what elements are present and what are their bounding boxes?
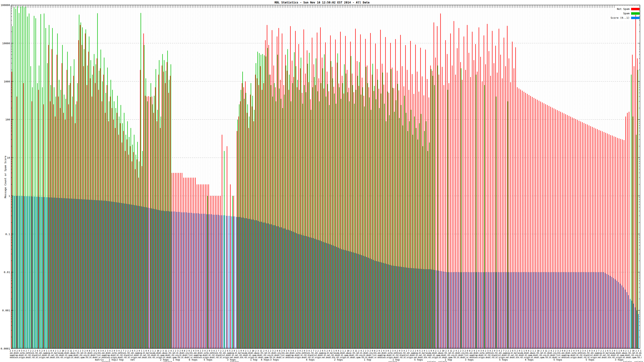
bar-not-spam [368,87,369,349]
bar-spam [140,13,141,349]
bar-not-spam [580,121,581,349]
bar-score [313,238,314,349]
bar-not-spam [560,112,561,349]
bar-not-spam [218,196,219,349]
bar-not-spam [544,103,544,349]
bar-not-spam [362,78,362,349]
bar-score [26,196,26,349]
bar-spam [359,62,360,349]
bar-not-spam [125,151,126,349]
bar-not-spam [182,173,182,349]
bar-not-spam [157,121,158,349]
bar-score [321,241,322,349]
bar-not-spam [415,45,416,349]
bar-score [43,197,43,349]
bar-not-spam [83,66,84,349]
bar-not-spam [495,46,496,349]
bar-not-spam [600,131,601,349]
bar-not-spam [94,66,94,349]
bar-not-spam [584,123,584,349]
bar-score [532,272,532,349]
bar-not-spam [126,140,127,349]
bar-score [200,214,200,349]
x-axis-label-row: zen.dnsbl.sorbs.netblock.rbl.xbl.spamcop… [10,352,642,354]
bar-score [183,212,183,349]
bar-score [236,217,237,349]
bar-score [281,227,282,349]
y-axis-tick-label: 100000 [0,4,10,6]
bar-score [123,203,123,349]
bar-spam [107,67,108,349]
bar-spam [364,106,365,349]
bar-spam [30,66,31,349]
bar-not-spam [459,28,459,349]
bar-not-spam [344,93,344,349]
bar-score [473,272,474,349]
bar-score [568,272,569,349]
bar-not-spam [467,25,468,349]
bar-spam [106,93,106,349]
bar-not-spam [417,72,418,349]
bar-not-spam [152,96,152,349]
bar-not-spam [330,35,331,349]
bar-score [204,214,205,349]
bar-spam [117,96,118,349]
bar-score [433,270,434,349]
bar-not-spam [525,93,526,349]
bar-score [160,210,160,349]
bar-not-spam [605,133,606,349]
bar-not-spam [387,73,388,349]
bar-not-spam [454,21,454,349]
bar-not-spam [364,96,364,349]
bar-not-spam [90,78,90,349]
bar-not-spam [478,27,479,349]
bar-score [470,272,470,349]
bar-spam [432,76,433,349]
bar-spam [386,121,386,349]
bar-score [201,214,202,349]
bar-score [360,255,360,349]
bar-score [258,221,258,349]
bar-not-spam [550,107,551,349]
bar-not-spam [212,196,212,349]
bar-score [563,272,564,349]
bar-score [493,272,494,349]
bar-not-spam [268,45,269,349]
bar-score [505,272,505,349]
bar-not-spam [95,83,96,349]
bar-not-spam [557,110,558,349]
bar-score [630,299,630,349]
bar-score [211,214,212,349]
bar-spam [421,114,422,349]
bar-not-spam [570,117,571,349]
bar-spam [34,16,34,349]
bar-spam [80,22,81,349]
bar-spam [269,75,270,349]
bar-score [592,272,592,349]
bar-not-spam [16,96,17,349]
bar-score [466,272,467,349]
bar-score [580,272,580,349]
bar-not-spam [394,88,394,349]
bar-not-spam [567,115,568,349]
bar-score [131,205,132,349]
bar-score [626,292,627,349]
y-axis-tick-label: 0.001 [0,309,10,312]
bar-spam [144,45,144,349]
bar-spam [298,80,298,349]
bar-score [108,201,108,349]
bar-spam [428,151,428,349]
bar-score [525,272,526,349]
bar-score [428,269,429,349]
bar-not-spam [86,85,87,349]
bar-score [401,267,402,349]
bar-score [426,269,427,349]
bar-not-spam [494,63,494,349]
bar-not-spam [277,36,277,349]
bar-not-spam [73,76,74,349]
bar-score [253,220,254,349]
bar-score [410,268,410,349]
bar-spam [277,55,278,349]
x-axis-label-row: spamtrap.dnsbl.bl.rbl.blacklist.dnsbl.bl… [10,354,642,356]
bar-score [118,203,118,349]
